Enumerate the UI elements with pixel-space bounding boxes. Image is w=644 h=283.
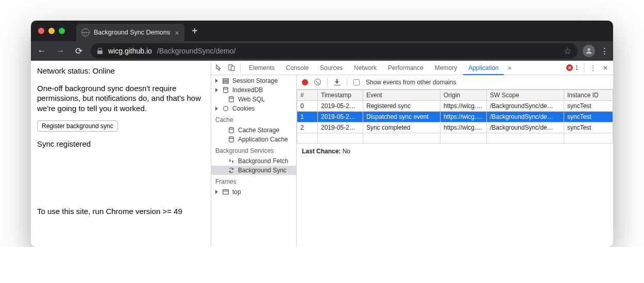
sync-icon bbox=[228, 167, 235, 174]
inspect-icon[interactable] bbox=[213, 62, 225, 74]
svg-rect-4 bbox=[223, 80, 229, 82]
sidebar-item-cache-storage[interactable]: Cache Storage bbox=[211, 126, 296, 135]
forward-button[interactable]: → bbox=[54, 46, 67, 56]
devtools-tab-elements[interactable]: Elements bbox=[244, 61, 280, 75]
devtools-tab-performance[interactable]: Performance bbox=[383, 61, 429, 75]
devtools-error-badge[interactable]: ✕ 1 bbox=[566, 64, 579, 72]
devtools-tab-console[interactable]: Console bbox=[281, 61, 314, 75]
bookmark-star-icon[interactable]: ☆ bbox=[564, 46, 571, 57]
device-toggle-icon[interactable] bbox=[226, 62, 237, 74]
page-blurb: One-off background sync doesn't require … bbox=[37, 83, 205, 114]
devtools-tab-sources[interactable]: Sources bbox=[315, 61, 348, 75]
panel-toolbar: Show events from other domains bbox=[297, 75, 613, 90]
database-icon bbox=[228, 127, 235, 134]
events-table: # Timestamp Event Origin SW Scope Instan… bbox=[297, 90, 613, 144]
col-index[interactable]: # bbox=[297, 90, 318, 101]
background-sync-panel: Show events from other domains # Timesta… bbox=[297, 75, 613, 247]
browser-tab[interactable]: Background Sync Demonstratic × bbox=[76, 24, 184, 41]
svg-point-0 bbox=[587, 48, 590, 51]
application-sidebar: Session Storage IndexedDB Web SQL Cookie… bbox=[211, 75, 297, 247]
profile-avatar[interactable] bbox=[583, 45, 595, 57]
svg-rect-2 bbox=[231, 66, 234, 70]
lock-icon bbox=[97, 48, 103, 54]
zoom-window-icon[interactable] bbox=[59, 28, 65, 34]
network-status-line: Network status: Online bbox=[37, 66, 205, 76]
table-row[interactable]: 1 2019-05-2… Dispatched sync event https… bbox=[297, 112, 613, 122]
table-header-row: # Timestamp Event Origin SW Scope Instan… bbox=[297, 90, 613, 101]
titlebar: Background Sync Demonstratic × + bbox=[31, 21, 613, 41]
svg-point-6 bbox=[224, 87, 228, 90]
svg-point-7 bbox=[229, 97, 234, 99]
devtools-tab-network[interactable]: Network bbox=[349, 61, 382, 75]
cookie-icon bbox=[222, 105, 229, 112]
svg-rect-3 bbox=[223, 79, 229, 80]
page-result-line: Sync registered bbox=[37, 139, 205, 149]
detail-value: No bbox=[343, 148, 350, 155]
detail-label: Last Chance: bbox=[302, 148, 341, 155]
svg-rect-11 bbox=[223, 190, 229, 194]
storage-icon bbox=[222, 77, 229, 84]
devtools-settings-icon[interactable]: ⋮ bbox=[587, 62, 599, 74]
error-icon: ✕ bbox=[566, 64, 573, 71]
record-button[interactable] bbox=[302, 79, 308, 85]
sidebar-item-session-storage[interactable]: Session Storage bbox=[211, 76, 296, 85]
sidebar-group-cache: Cache bbox=[211, 113, 296, 126]
event-detail: Last Chance: No bbox=[297, 144, 613, 159]
devtools-body: Session Storage IndexedDB Web SQL Cookie… bbox=[211, 75, 613, 247]
browser-window: Background Sync Demonstratic × + ← → ⟳ w… bbox=[31, 21, 613, 247]
address-bar[interactable]: wicg.github.io/BackgroundSync/demo/ ☆ bbox=[91, 43, 578, 59]
content-area: Network status: Online One-off backgroun… bbox=[31, 61, 613, 247]
minimize-window-icon[interactable] bbox=[48, 28, 55, 34]
devtools: Elements Console Sources Network Perform… bbox=[211, 61, 613, 247]
svg-rect-5 bbox=[223, 82, 229, 84]
svg-point-10 bbox=[229, 137, 234, 139]
page-footer-line: To use this site, run Chrome version >= … bbox=[37, 206, 205, 217]
show-other-domains-label: Show events from other domains bbox=[366, 79, 456, 86]
globe-icon bbox=[81, 28, 90, 37]
col-timestamp[interactable]: Timestamp bbox=[318, 90, 363, 101]
database-icon bbox=[228, 136, 235, 143]
sidebar-item-background-sync[interactable]: Background Sync bbox=[211, 166, 296, 175]
devtools-tabs: Elements Console Sources Network Perform… bbox=[211, 61, 613, 75]
register-sync-button[interactable]: Register background sync bbox=[37, 120, 118, 132]
sidebar-item-cookies[interactable]: Cookies bbox=[211, 104, 296, 113]
devtools-close-icon[interactable]: ✕ bbox=[600, 62, 611, 74]
database-icon bbox=[228, 96, 235, 103]
error-count: 1 bbox=[575, 64, 579, 72]
download-button[interactable] bbox=[334, 79, 341, 85]
clear-button[interactable] bbox=[314, 79, 321, 85]
col-origin[interactable]: Origin bbox=[440, 90, 487, 101]
back-button[interactable]: ← bbox=[35, 46, 48, 56]
database-icon bbox=[222, 86, 229, 94]
traffic-lights bbox=[38, 28, 65, 34]
tab-title: Background Sync Demonstratic bbox=[94, 29, 171, 36]
devtools-more-tabs-icon[interactable]: » bbox=[505, 64, 515, 72]
col-event[interactable]: Event bbox=[363, 90, 440, 101]
browser-menu-icon[interactable]: ⋮ bbox=[600, 46, 609, 57]
url-host: wicg.github.io bbox=[108, 47, 152, 55]
sidebar-item-indexeddb[interactable]: IndexedDB bbox=[211, 85, 296, 95]
sidebar-group-frames: Frames bbox=[211, 175, 296, 187]
sidebar-item-background-fetch[interactable]: Background Fetch bbox=[211, 156, 296, 166]
table-row bbox=[297, 133, 613, 144]
frame-icon bbox=[222, 188, 229, 196]
page-viewport: Network status: Online One-off backgroun… bbox=[31, 61, 211, 247]
reload-button[interactable]: ⟳ bbox=[72, 46, 86, 57]
close-window-icon[interactable] bbox=[38, 28, 44, 34]
devtools-tab-application[interactable]: Application bbox=[463, 61, 504, 75]
devtools-tab-memory[interactable]: Memory bbox=[430, 61, 462, 75]
sidebar-item-websql[interactable]: Web SQL bbox=[211, 95, 296, 104]
svg-point-9 bbox=[229, 128, 234, 130]
url-path: /BackgroundSync/demo/ bbox=[157, 47, 236, 55]
sidebar-item-application-cache[interactable]: Application Cache bbox=[211, 135, 296, 144]
fetch-icon bbox=[228, 157, 235, 165]
sidebar-item-frame-top[interactable]: top bbox=[211, 187, 296, 197]
svg-point-8 bbox=[224, 107, 228, 111]
table-row[interactable]: 0 2019-05-2… Registered sync https://wic… bbox=[297, 101, 613, 112]
col-sw-scope[interactable]: SW Scope bbox=[487, 90, 564, 101]
new-tab-button[interactable]: + bbox=[192, 25, 198, 37]
show-other-domains-checkbox[interactable] bbox=[353, 79, 360, 85]
table-row[interactable]: 2 2019-05-2… Sync completed https://wicg… bbox=[297, 122, 613, 133]
col-instance-id[interactable]: Instance ID bbox=[564, 90, 613, 101]
tab-close-icon[interactable]: × bbox=[175, 29, 179, 37]
